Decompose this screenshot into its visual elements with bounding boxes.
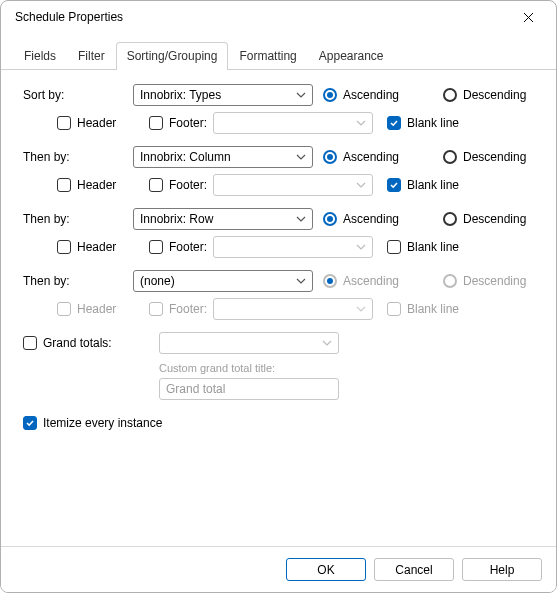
sort2-header-checkbox[interactable]: Header [57,178,149,192]
sort1-blankline-checkbox[interactable]: Blank line [387,116,459,130]
sort1-footer-select[interactable] [213,112,373,134]
then-by-label-3: Then by: [23,274,133,288]
sort2-blankline-checkbox[interactable]: Blank line [387,178,459,192]
chevron-down-icon [356,242,366,252]
radio-unchecked-disabled-icon [443,274,457,288]
sort3-footer-select[interactable] [213,236,373,258]
chevron-down-icon [356,118,366,128]
sort1-header-checkbox[interactable]: Header [57,116,149,130]
then-by-label-1: Then by: [23,150,133,164]
chevron-down-icon [322,338,332,348]
grand-total-title-value: Grand total [166,382,225,396]
checkbox-unchecked-icon [23,336,37,350]
sort3-descending-radio[interactable]: Descending [443,212,526,226]
close-icon [523,12,534,23]
sort4-blankline-checkbox: Blank line [387,302,459,316]
checkbox-unchecked-icon [57,240,71,254]
custom-grand-total-title-label: Custom grand total title: [159,362,534,374]
sort4-footer-checkbox: Footer: [149,302,209,316]
checkbox-unchecked-icon [149,240,163,254]
tab-sorting-grouping[interactable]: Sorting/Grouping [116,42,229,70]
checkbox-unchecked-icon [57,116,71,130]
sort4-field-select[interactable]: (none) [133,270,313,292]
checkbox-checked-icon [387,116,401,130]
tab-filter[interactable]: Filter [67,42,116,70]
sort4-footer-select [213,298,373,320]
close-button[interactable] [508,3,548,31]
sort2-field-select[interactable]: Innobrix: Column [133,146,313,168]
radio-unchecked-icon [443,88,457,102]
radio-unchecked-icon [443,150,457,164]
sort2-descending-radio[interactable]: Descending [443,150,526,164]
tab-content: Sort by: Innobrix: Types Ascending Desce… [1,70,556,440]
help-button[interactable]: Help [462,558,542,581]
chevron-down-icon [296,90,306,100]
sort4-header-checkbox: Header [57,302,149,316]
chevron-down-icon [296,214,306,224]
sort1-field-value: Innobrix: Types [140,88,221,102]
radio-checked-icon [323,150,337,164]
tab-appearance[interactable]: Appearance [308,42,395,70]
checkbox-checked-icon [387,178,401,192]
radio-checked-icon [323,88,337,102]
then-by-label-2: Then by: [23,212,133,226]
sort4-field-value: (none) [140,274,175,288]
chevron-down-icon [296,152,306,162]
sort2-footer-select[interactable] [213,174,373,196]
grand-totals-checkbox[interactable]: Grand totals: [23,336,149,350]
tab-strip: Fields Filter Sorting/Grouping Formattin… [1,41,556,70]
ok-button[interactable]: OK [286,558,366,581]
checkbox-unchecked-icon [149,178,163,192]
sort1-ascending-radio[interactable]: Ascending [323,88,423,102]
chevron-down-icon [356,180,366,190]
grand-totals-select[interactable] [159,332,339,354]
checkbox-unchecked-icon [387,240,401,254]
grand-total-title-input[interactable]: Grand total [159,378,339,400]
radio-unchecked-icon [443,212,457,226]
chevron-down-icon [356,304,366,314]
sort1-footer-checkbox[interactable]: Footer: [149,116,209,130]
sort3-field-select[interactable]: Innobrix: Row [133,208,313,230]
sort3-field-value: Innobrix: Row [140,212,213,226]
cancel-button[interactable]: Cancel [374,558,454,581]
sort1-field-select[interactable]: Innobrix: Types [133,84,313,106]
checkbox-unchecked-icon [57,178,71,192]
chevron-down-icon [296,276,306,286]
checkbox-checked-icon [23,416,37,430]
tab-fields[interactable]: Fields [13,42,67,70]
sort4-ascending-radio: Ascending [323,274,423,288]
window-title: Schedule Properties [15,10,508,24]
checkbox-disabled-icon [149,302,163,316]
button-bar: OK Cancel Help [1,546,556,592]
sort3-blankline-checkbox[interactable]: Blank line [387,240,459,254]
tab-formatting[interactable]: Formatting [228,42,307,70]
sort-by-label: Sort by: [23,88,133,102]
checkbox-unchecked-icon [149,116,163,130]
sort4-descending-radio: Descending [443,274,526,288]
sort3-ascending-radio[interactable]: Ascending [323,212,423,226]
sort2-footer-checkbox[interactable]: Footer: [149,178,209,192]
checkbox-disabled-icon [387,302,401,316]
radio-checked-icon [323,212,337,226]
sort2-field-value: Innobrix: Column [140,150,231,164]
sort3-header-checkbox[interactable]: Header [57,240,149,254]
sort3-footer-checkbox[interactable]: Footer: [149,240,209,254]
checkbox-disabled-icon [57,302,71,316]
sort2-ascending-radio[interactable]: Ascending [323,150,423,164]
title-bar: Schedule Properties [1,1,556,33]
sort1-descending-radio[interactable]: Descending [443,88,526,102]
radio-checked-disabled-icon [323,274,337,288]
itemize-checkbox[interactable]: Itemize every instance [23,416,534,430]
